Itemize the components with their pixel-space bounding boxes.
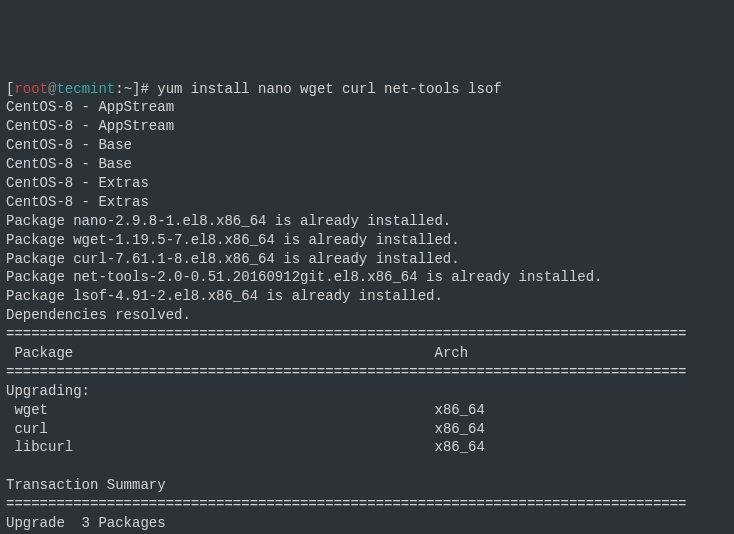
divider-line: ========================================… xyxy=(6,326,687,342)
repo-line: CentOS-8 - Base xyxy=(6,156,132,172)
upgrade-package-arch: x86_64 xyxy=(434,439,484,455)
upgrade-package-name: curl xyxy=(6,421,48,437)
package-installed-line: Package nano-2.9.8-1.el8.x86_64 is alrea… xyxy=(6,213,451,229)
package-installed-line: Package net-tools-2.0-0.51.20160912git.e… xyxy=(6,269,603,285)
repo-line: CentOS-8 - Base xyxy=(6,137,132,153)
deps-resolved: Dependencies resolved. xyxy=(6,307,191,323)
upgrade-package-name: libcurl xyxy=(6,439,73,455)
repo-line: CentOS-8 - Extras xyxy=(6,175,149,191)
upgrading-label: Upgrading: xyxy=(6,383,90,399)
repo-line: CentOS-8 - Extras xyxy=(6,194,149,210)
repo-line: CentOS-8 - AppStream xyxy=(6,118,174,134)
prompt-user: root xyxy=(14,81,48,97)
divider-line: ========================================… xyxy=(6,364,687,380)
package-installed-line: Package curl-7.61.1-8.el8.x86_64 is alre… xyxy=(6,251,460,267)
package-installed-line: Package lsof-4.91-2.el8.x86_64 is alread… xyxy=(6,288,443,304)
divider-line: ========================================… xyxy=(6,496,687,512)
upgrade-count: Upgrade 3 Packages xyxy=(6,515,166,531)
command-input[interactable]: yum install nano wget curl net-tools lso… xyxy=(157,81,501,97)
transaction-summary: Transaction Summary xyxy=(6,477,166,493)
package-installed-line: Package wget-1.19.5-7.el8.x86_64 is alre… xyxy=(6,232,460,248)
upgrade-package-name: wget xyxy=(6,402,48,418)
prompt-hash: # xyxy=(140,81,157,97)
prompt-host: tecmint xyxy=(56,81,115,97)
repo-line: CentOS-8 - AppStream xyxy=(6,99,174,115)
upgrade-package-arch: x86_64 xyxy=(434,402,484,418)
prompt-colon: : xyxy=(115,81,123,97)
prompt-path: ~ xyxy=(124,81,132,97)
table-header-arch: Arch xyxy=(434,345,468,361)
upgrade-package-arch: x86_64 xyxy=(434,421,484,437)
table-header-package: Package xyxy=(6,345,73,361)
